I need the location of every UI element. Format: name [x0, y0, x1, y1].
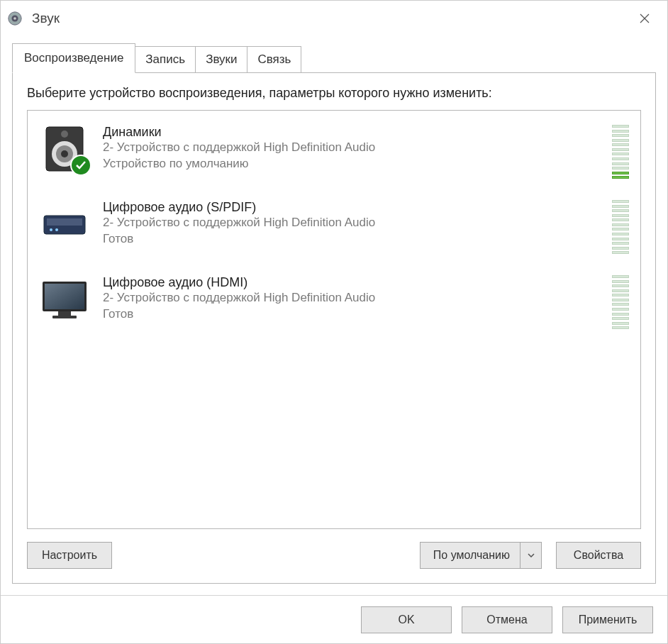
instruction-text: Выберите устройство воспроизведения, пар… [27, 84, 641, 101]
monitor-icon [39, 274, 90, 325]
set-default-label: По умолчанию [433, 549, 510, 562]
speaker-icon [39, 123, 90, 174]
right-button-group: По умолчанию Свойства [420, 542, 641, 569]
device-status: Устройство по умолчанию [103, 156, 606, 172]
dropdown-arrow[interactable] [520, 543, 541, 568]
cancel-button[interactable]: Отмена [462, 606, 552, 633]
device-name: Цифровое аудио (HDMI) [103, 275, 606, 290]
tabstrip: Воспроизведение Запись Звуки Связь [12, 43, 656, 73]
sound-dialog: Звук Воспроизведение Запись Звуки Связь … [0, 0, 668, 644]
svg-point-14 [50, 228, 52, 231]
device-list[interactable]: Динамики 2- Устройство с поддержкой High… [27, 110, 641, 529]
ok-button[interactable]: OK [361, 606, 452, 633]
spdif-icon [39, 199, 90, 250]
svg-point-10 [61, 131, 68, 138]
tab-communications[interactable]: Связь [247, 46, 301, 73]
level-meter [612, 274, 629, 331]
tab-playback[interactable]: Воспроизведение [12, 43, 135, 73]
svg-point-2 [13, 17, 16, 20]
device-text: Динамики 2- Устройство с поддержкой High… [103, 123, 606, 172]
svg-rect-19 [58, 311, 71, 316]
panel-buttons: Настроить По умолчанию Свойства [27, 542, 641, 569]
level-meter [612, 199, 629, 255]
chevron-down-icon [528, 553, 535, 557]
dialog-body: Воспроизведение Запись Звуки Связь Выбер… [1, 36, 667, 595]
playback-panel: Выберите устройство воспроизведения, пар… [12, 72, 656, 584]
apply-button[interactable]: Применить [562, 606, 653, 633]
properties-button[interactable]: Свойства [556, 542, 641, 569]
device-status: Готов [103, 231, 606, 248]
level-meter [612, 123, 629, 180]
device-name: Цифровое аудио (S/PDIF) [103, 200, 606, 215]
default-check-icon [70, 155, 91, 176]
configure-button[interactable]: Настроить [27, 542, 112, 569]
dialog-footer: OK Отмена Применить [1, 595, 667, 643]
device-subtitle: 2- Устройство с поддержкой High Definiti… [103, 290, 606, 306]
tab-recording[interactable]: Запись [135, 46, 196, 73]
device-status: Готов [103, 306, 606, 323]
svg-rect-13 [47, 218, 82, 226]
device-text: Цифровое аудио (S/PDIF) 2- Устройство с … [103, 199, 606, 248]
close-button[interactable] [628, 7, 662, 30]
svg-point-15 [55, 228, 58, 231]
device-subtitle: 2- Устройство с поддержкой High Definiti… [103, 215, 606, 231]
window-title: Звук [32, 11, 628, 26]
svg-point-9 [61, 150, 68, 157]
set-default-button[interactable]: По умолчанию [420, 542, 542, 569]
device-text: Цифровое аудио (HDMI) 2- Устройство с по… [103, 274, 606, 323]
tab-sounds[interactable]: Звуки [195, 46, 247, 73]
app-icon [6, 10, 23, 27]
device-name: Динамики [103, 125, 606, 140]
device-subtitle: 2- Устройство с поддержкой High Definiti… [103, 140, 606, 156]
svg-rect-20 [52, 316, 77, 318]
close-icon [640, 13, 650, 23]
titlebar: Звук [1, 1, 667, 36]
device-row[interactable]: Цифровое аудио (S/PDIF) 2- Устройство с … [36, 193, 632, 268]
device-row[interactable]: Динамики 2- Устройство с поддержкой High… [36, 118, 632, 193]
svg-rect-18 [45, 284, 84, 309]
device-row[interactable]: Цифровое аудио (HDMI) 2- Устройство с по… [36, 268, 632, 343]
